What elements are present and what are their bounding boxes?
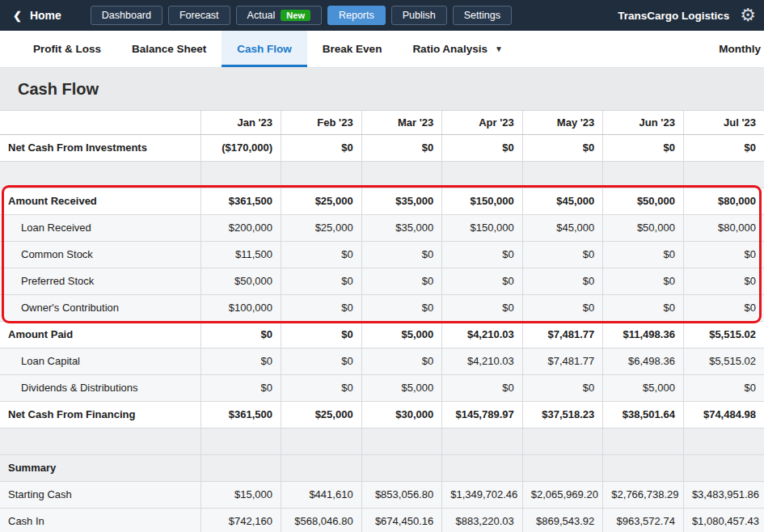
cell: $361,500: [200, 401, 281, 428]
table-row-owner-s-contribution: Owner's Contribution$100,000$0$0$0$0$0$0: [0, 294, 764, 321]
cell: $50,000: [200, 268, 281, 294]
cell: $0: [442, 241, 523, 268]
cell: [522, 428, 603, 454]
cell: $1,349,702.46: [442, 481, 523, 508]
cell: $200,000: [200, 214, 281, 241]
cell: $150,000: [442, 188, 523, 214]
nav-label: Reports: [339, 10, 374, 21]
cell: $74,484.98: [683, 401, 764, 428]
cell: $100,000: [200, 294, 281, 321]
row-label: [0, 428, 200, 454]
column-header-jul-23: Jul '23: [683, 111, 764, 134]
row-label: Preferred Stock: [0, 268, 200, 294]
tab-ratio-analysis[interactable]: Ratio Analysis▼: [397, 31, 517, 67]
tab-profit-loss[interactable]: Profit & Loss: [18, 31, 116, 67]
period-selector[interactable]: Monthly: [719, 31, 764, 67]
cell: [603, 454, 684, 481]
cell: $35,000: [361, 214, 442, 241]
table-row-spacer: [0, 161, 764, 188]
nav-settings-button[interactable]: Settings: [453, 6, 512, 25]
column-header-may-23: May '23: [522, 111, 603, 134]
cell: $5,515.02: [683, 348, 764, 374]
cell: [281, 161, 362, 188]
table-row-amount-received: Amount Received$361,500$25,000$35,000$15…: [0, 188, 764, 214]
cell: [683, 161, 764, 188]
cell: $0: [522, 374, 603, 401]
row-label: Summary: [0, 454, 200, 481]
row-label: Common Stock: [0, 241, 200, 268]
nav-label: Publish: [403, 10, 436, 21]
table-row-loan-received: Loan Received$200,000$25,000$35,000$150,…: [0, 214, 764, 241]
home-button[interactable]: ❮ Home: [13, 9, 61, 22]
cell: [281, 428, 362, 454]
report-tabbar: Profit & LossBalance SheetCash FlowBreak…: [0, 31, 764, 68]
cell: $0: [442, 374, 523, 401]
row-label: Amount Paid: [0, 321, 200, 348]
cell: $5,000: [361, 321, 442, 348]
tab-break-even[interactable]: Break Even: [307, 31, 398, 67]
cell: [442, 428, 523, 454]
cell: [683, 428, 764, 454]
nav-publish-button[interactable]: Publish: [391, 6, 447, 25]
app-window: ❮ Home DashboardForecastActualNewReports…: [0, 0, 764, 532]
corner-cell: [0, 111, 200, 134]
cell: $5,000: [361, 374, 442, 401]
cell: $0: [361, 348, 442, 374]
cell: [603, 161, 684, 188]
cell: [442, 161, 523, 188]
top-navigation-bar: ❮ Home DashboardForecastActualNewReports…: [0, 0, 764, 31]
cell: $0: [683, 134, 764, 161]
cell: $0: [683, 241, 764, 268]
nav-dashboard-button[interactable]: Dashboard: [91, 6, 163, 25]
cell: $7,481.77: [522, 321, 603, 348]
cell: $5,000: [603, 374, 684, 401]
table-row-common-stock: Common Stock$11,500$0$0$0$0$0$0: [0, 241, 764, 268]
cell: $35,000: [361, 188, 442, 214]
row-label: Starting Cash: [0, 481, 200, 508]
cell: $0: [442, 134, 523, 161]
cell: $361,500: [200, 188, 281, 214]
page-title: Cash Flow: [18, 80, 99, 99]
cell: $11,500: [200, 241, 281, 268]
cell: $2,766,738.29: [603, 481, 684, 508]
cell: [200, 161, 281, 188]
column-header-feb-23: Feb '23: [281, 111, 362, 134]
cell: [361, 428, 442, 454]
tab-label: Profit & Loss: [33, 43, 101, 55]
nav-label: Dashboard: [102, 10, 151, 21]
nav-label: Actual: [247, 10, 276, 21]
row-label: Net Cash From Financing: [0, 401, 200, 428]
cell: $1,080,457.43: [683, 508, 764, 532]
cell: $150,000: [442, 214, 523, 241]
table-row-net-cash-from-financing: Net Cash From Financing$361,500$25,000$3…: [0, 401, 764, 428]
cell: $674,450.16: [361, 508, 442, 532]
gear-icon[interactable]: ⚙: [740, 6, 756, 24]
cell: [683, 454, 764, 481]
cashflow-table: Jan '23Feb '23Mar '23Apr '23May '23Jun '…: [0, 111, 764, 532]
tab-label: Balance Sheet: [132, 43, 206, 55]
cell: [442, 454, 523, 481]
column-header-apr-23: Apr '23: [442, 111, 523, 134]
cell: $0: [281, 348, 362, 374]
row-label: Amount Received: [0, 188, 200, 214]
cell: $3,483,951.86: [683, 481, 764, 508]
tab-balance-sheet[interactable]: Balance Sheet: [116, 31, 222, 67]
tab-cash-flow[interactable]: Cash Flow: [222, 31, 307, 67]
cell: $25,000: [281, 188, 362, 214]
cell: ($170,000): [200, 134, 281, 161]
nav-forecast-button[interactable]: Forecast: [168, 6, 230, 25]
cell: $0: [200, 321, 281, 348]
nav-reports-button[interactable]: Reports: [327, 6, 386, 25]
cell: $45,000: [522, 188, 603, 214]
table-row-spacer: [0, 428, 764, 454]
cell: $2,065,969.20: [522, 481, 603, 508]
table-row-dividends-distributions: Dividends & Distributions$0$0$5,000$0$0$…: [0, 374, 764, 401]
nav-actual-button[interactable]: ActualNew: [236, 6, 322, 25]
cell: $0: [683, 294, 764, 321]
tab-label: Break Even: [323, 43, 382, 55]
cell: $6,498.36: [603, 348, 684, 374]
cell: $869,543.92: [522, 508, 603, 532]
cell: $5,515.02: [683, 321, 764, 348]
cell: $7,481.77: [522, 348, 603, 374]
cell: $0: [361, 241, 442, 268]
